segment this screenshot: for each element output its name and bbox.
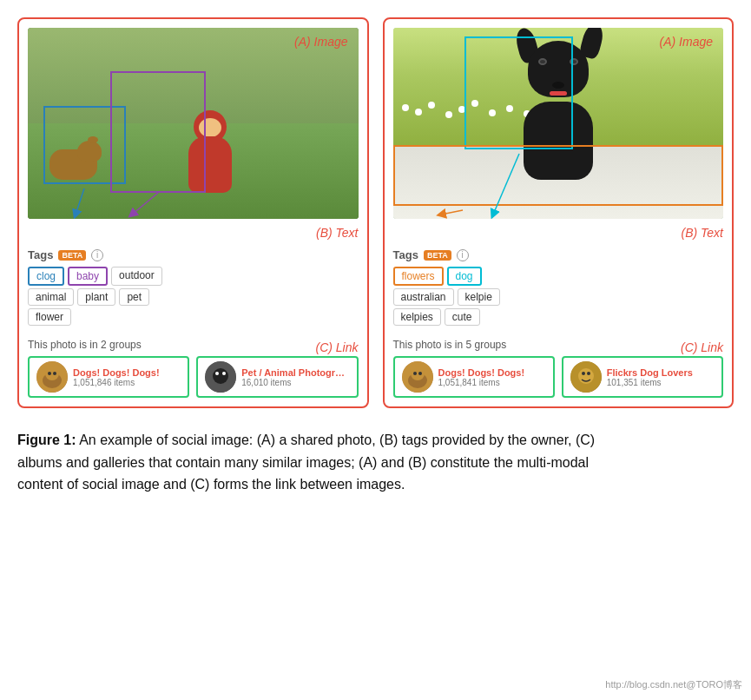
right-groups-section: This photo is in 5 groups (C) Link bbox=[393, 339, 724, 398]
right-info-icon[interactable]: i bbox=[457, 249, 469, 261]
right-image-label: (A) Image bbox=[660, 35, 713, 49]
left-panel: (A) Image (B) Text bbox=[17, 17, 369, 408]
tag-animal[interactable]: animal bbox=[28, 288, 74, 306]
left-image-wrapper: (A) Image bbox=[28, 28, 359, 219]
left-tags-row-3: flower bbox=[28, 308, 359, 326]
tag-dog[interactable]: dog bbox=[447, 267, 482, 286]
left-groups-label: This photo is in 2 groups bbox=[28, 339, 142, 351]
right-groups-row: Dogs! Dogs! Dogs! 1,051,841 items bbox=[393, 356, 724, 398]
right-tags-row-1: flowers dog bbox=[393, 267, 724, 286]
left-text-label: (B) Text bbox=[28, 226, 359, 240]
right-group-1-count: 1,051,841 items bbox=[438, 378, 546, 387]
figure-number: Figure 1: bbox=[17, 433, 76, 447]
left-group-1-avatar bbox=[36, 361, 68, 393]
right-tags-row-3: kelpies cute bbox=[393, 308, 724, 326]
tag-flowers[interactable]: flowers bbox=[393, 267, 444, 286]
left-info-icon[interactable]: i bbox=[91, 249, 103, 261]
right-beta-badge: BETA bbox=[424, 250, 451, 261]
right-link-label: (C) Link bbox=[681, 340, 723, 354]
tag-kelpie[interactable]: kelpie bbox=[458, 288, 500, 306]
right-groups-label: This photo is in 5 groups bbox=[393, 339, 507, 351]
tag-outdoor[interactable]: outdoor bbox=[111, 267, 162, 286]
left-group-2-name: Pet / Animal Photograp... bbox=[241, 367, 349, 378]
left-tags-header: Tags BETA i bbox=[28, 248, 359, 261]
left-dog-figure bbox=[49, 141, 102, 184]
tag-plant[interactable]: plant bbox=[77, 288, 115, 306]
left-groups-section: This photo is in 2 groups (C) Link bbox=[28, 339, 359, 398]
right-group-2-count: 101,351 items bbox=[607, 378, 715, 387]
left-tags-label: Tags bbox=[28, 248, 53, 261]
tag-baby[interactable]: baby bbox=[68, 267, 108, 286]
svg-point-11 bbox=[215, 372, 219, 375]
tag-flower[interactable]: flower bbox=[28, 308, 71, 326]
right-group-2-avatar bbox=[570, 361, 602, 393]
left-group-1-count: 1,051,846 items bbox=[73, 378, 181, 387]
svg-point-24 bbox=[582, 372, 585, 375]
right-image-bg bbox=[393, 28, 724, 219]
watermark: http://blog.csdn.net@TORO博客 bbox=[605, 678, 742, 691]
svg-point-8 bbox=[53, 372, 56, 375]
figure-caption: Figure 1: An example of social image: (A… bbox=[17, 429, 608, 496]
right-group-2-info: Flickrs Dog Lovers 101,351 items bbox=[607, 367, 715, 387]
left-tags-row-1: clog baby outdoor bbox=[28, 267, 359, 286]
right-group-1-avatar bbox=[402, 361, 433, 393]
tag-australian[interactable]: australian bbox=[393, 288, 454, 306]
left-link-label: (C) Link bbox=[315, 340, 358, 354]
tag-pet[interactable]: pet bbox=[119, 288, 149, 306]
right-tags-row-2: australian kelpie bbox=[393, 288, 724, 306]
svg-point-7 bbox=[48, 372, 51, 375]
tag-cute[interactable]: cute bbox=[445, 308, 480, 326]
right-group-2-name: Flickrs Dog Lovers bbox=[607, 367, 715, 378]
right-dog bbox=[511, 41, 606, 180]
tag-kelpies[interactable]: kelpies bbox=[393, 308, 441, 326]
svg-point-21 bbox=[418, 372, 422, 375]
right-tags-section: Tags BETA i flowers dog australian kelpi… bbox=[393, 245, 724, 332]
caption-text: An example of social image: (A) a shared… bbox=[17, 433, 595, 492]
right-image-wrapper: (A) Image bbox=[393, 28, 724, 219]
right-group-1-info: Dogs! Dogs! Dogs! 1,051,841 items bbox=[438, 367, 546, 387]
left-group-2[interactable]: Pet / Animal Photograp... 16,010 items bbox=[196, 356, 358, 398]
baby-figure bbox=[181, 115, 238, 193]
left-group-1[interactable]: Dogs! Dogs! Dogs! 1,051,846 items bbox=[28, 356, 189, 398]
left-group-2-avatar bbox=[205, 361, 236, 393]
left-image-bg bbox=[28, 28, 359, 219]
left-groups-row: Dogs! Dogs! Dogs! 1,051,846 items bbox=[28, 356, 359, 398]
right-group-2[interactable]: Flickrs Dog Lovers 101,351 items bbox=[562, 356, 723, 398]
left-beta-badge: BETA bbox=[58, 250, 86, 261]
left-image-label: (A) Image bbox=[294, 35, 347, 49]
right-group-1[interactable]: Dogs! Dogs! Dogs! 1,051,841 items bbox=[393, 356, 555, 398]
right-text-label: (B) Text bbox=[393, 226, 724, 240]
left-group-2-count: 16,010 items bbox=[241, 378, 349, 387]
svg-point-25 bbox=[587, 372, 590, 375]
tag-clog[interactable]: clog bbox=[28, 267, 64, 286]
svg-point-20 bbox=[413, 372, 417, 375]
svg-point-10 bbox=[213, 368, 228, 384]
panels-container: (A) Image (B) Text bbox=[17, 17, 734, 408]
left-group-1-info: Dogs! Dogs! Dogs! 1,051,846 items bbox=[73, 367, 181, 387]
right-panel: (A) Image (B) Text bbox=[383, 17, 735, 408]
svg-point-12 bbox=[222, 372, 226, 375]
left-group-1-name: Dogs! Dogs! Dogs! bbox=[73, 367, 181, 378]
left-tags-row-2: animal plant pet bbox=[28, 288, 359, 306]
right-tags-label: Tags bbox=[393, 248, 418, 261]
right-group-1-name: Dogs! Dogs! Dogs! bbox=[438, 367, 546, 378]
right-tags-header: Tags BETA i bbox=[393, 248, 724, 261]
left-group-2-info: Pet / Animal Photograp... 16,010 items bbox=[241, 367, 349, 387]
left-tags-section: Tags BETA i clog baby outdoor animal pla… bbox=[28, 245, 359, 332]
